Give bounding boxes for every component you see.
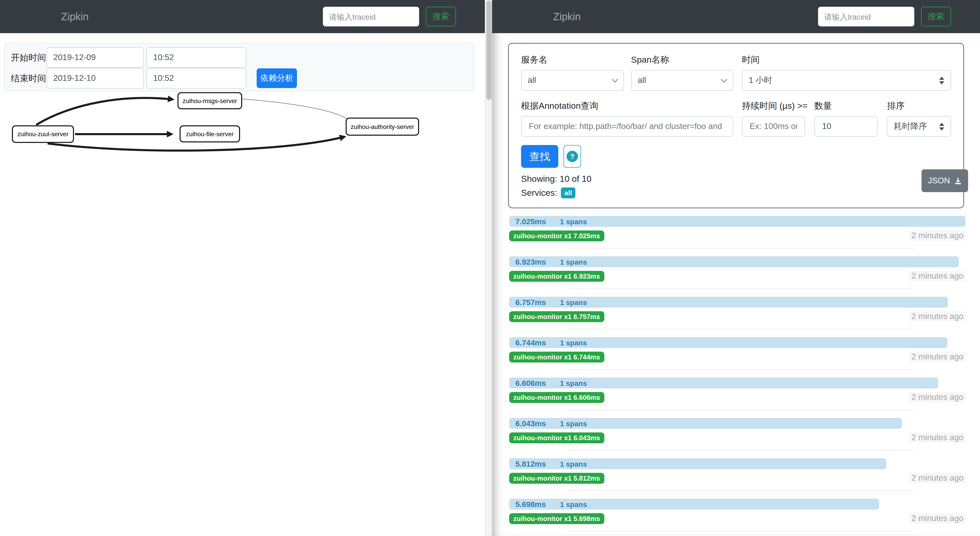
trace-service-badge: zuihou-monitor x1 6.606ms xyxy=(509,392,604,403)
find-button[interactable]: 查找 xyxy=(521,145,558,168)
trace-timestamp: 2 minutes ago xyxy=(909,271,966,281)
trace-row: 7.025ms 1 spans zuihou-monitor x1 7.025m… xyxy=(509,216,966,249)
graph-node-file-server[interactable]: zuihou-file-server xyxy=(180,125,240,142)
services-label: Services: xyxy=(521,188,557,198)
services-badge: all xyxy=(561,187,576,198)
chevron-down-icon xyxy=(721,76,727,82)
end-time-row: 结束时间 依赖分析 xyxy=(11,68,473,89)
annotation-field-wrap xyxy=(521,116,733,137)
right-pane: Zipkin 搜索 服务名 all Span名称 all xyxy=(492,0,980,536)
trace-spans: 1 spans xyxy=(560,258,587,266)
trace-spans: 1 spans xyxy=(560,217,587,225)
trace-timestamp: 2 minutes ago xyxy=(909,513,966,523)
left-pane: Zipkin 搜索 开始时间 结束时间 依赖分析 xyxy=(0,0,485,536)
end-time-input[interactable] xyxy=(146,68,246,89)
start-time-input[interactable] xyxy=(146,47,246,68)
sort-select[interactable]: 耗时降序 xyxy=(887,116,951,137)
duration-input[interactable] xyxy=(749,121,799,132)
trace-row: 5.812ms 1 spans zuihou-monitor x1 5.812m… xyxy=(509,458,966,491)
trace-bar[interactable]: 6.043ms 1 spans xyxy=(509,418,902,429)
duration-label: 持续时间 (µs) >= xyxy=(742,100,805,112)
graph-node-msgs-server[interactable]: zuihou-msgs-server xyxy=(178,92,242,109)
search-row-1: 服务名 all Span名称 all 时间 1 小时 xyxy=(521,54,951,91)
scrollbar[interactable] xyxy=(485,0,492,536)
trace-row: 6.744ms 1 spans zuihou-monitor x1 6.744m… xyxy=(509,337,966,370)
trace-spans: 1 spans xyxy=(560,298,587,306)
sort-label: 排序 xyxy=(887,100,951,112)
right-navbar: Zipkin 搜索 xyxy=(492,0,980,33)
graph-node-zuul-server[interactable]: zuihou-zuul-server xyxy=(12,125,74,143)
trace-timestamp: 2 minutes ago xyxy=(909,311,966,322)
service-label: 服务名 xyxy=(521,54,624,66)
duration-field-wrap xyxy=(742,116,805,137)
search-row-2: 根据Annotation查询 持续时间 (µs) >= 数量 xyxy=(521,100,951,137)
trace-duration: 6.744ms xyxy=(515,338,546,347)
count-label: 数量 xyxy=(815,100,878,112)
graph-node-authority-server[interactable]: zuihou-authority-server xyxy=(346,118,419,136)
trace-divider xyxy=(567,289,914,289)
app: Zipkin 搜索 开始时间 结束时间 依赖分析 xyxy=(0,0,980,536)
service-select-value: all xyxy=(528,76,536,85)
time-label: 时间 xyxy=(742,54,951,66)
trace-bar[interactable]: 6.757ms 1 spans xyxy=(509,297,948,308)
time-select[interactable]: 1 小时 xyxy=(742,70,951,91)
question-icon: ? xyxy=(566,151,578,162)
dependency-analyze-button[interactable]: 依赖分析 xyxy=(257,69,297,88)
trace-duration: 6.606ms xyxy=(515,378,546,388)
brand: Zipkin xyxy=(61,11,89,22)
left-nav-search: 搜索 xyxy=(323,7,456,26)
traceid-input[interactable] xyxy=(323,7,419,26)
annotation-input[interactable] xyxy=(528,121,727,132)
trace-timestamp: 2 minutes ago xyxy=(909,230,966,241)
span-label: Span名称 xyxy=(631,54,733,66)
service-select[interactable]: all xyxy=(521,70,624,91)
traceid-input[interactable] xyxy=(818,7,914,26)
trace-timestamp: 2 minutes ago xyxy=(909,432,966,443)
trace-bar[interactable]: 5.698ms 1 spans xyxy=(509,499,879,510)
annotation-label: 根据Annotation查询 xyxy=(521,100,733,112)
trace-meta: zuihou-monitor x1 5.812ms 2 minutes ago xyxy=(509,473,966,483)
trace-spans: 1 spans xyxy=(560,419,587,428)
left-navbar: Zipkin 搜索 xyxy=(0,0,485,33)
trace-divider xyxy=(567,450,914,451)
time-select-value: 1 小时 xyxy=(749,75,772,86)
trace-duration: 5.812ms xyxy=(515,459,546,468)
trace-service-badge: zuihou-monitor x1 7.025ms xyxy=(509,230,604,241)
trace-duration: 6.923ms xyxy=(515,257,546,266)
trace-duration: 7.025ms xyxy=(515,217,546,226)
trace-bar[interactable]: 7.025ms 1 spans xyxy=(509,216,966,227)
trace-divider xyxy=(567,329,914,329)
end-date-input[interactable] xyxy=(46,68,144,89)
trace-bar[interactable]: 6.744ms 1 spans xyxy=(509,337,947,348)
start-date-input[interactable] xyxy=(46,47,144,68)
trace-bar[interactable]: 6.923ms 1 spans xyxy=(509,256,959,267)
trace-service-badge: zuihou-monitor x1 5.812ms xyxy=(509,472,604,483)
search-actions: 查找 ? xyxy=(521,145,951,168)
end-time-label: 结束时间 xyxy=(11,72,46,84)
chevron-down-icon xyxy=(611,76,618,82)
json-download-button[interactable]: JSON xyxy=(922,169,968,192)
scrollbar-thumb[interactable] xyxy=(486,0,492,100)
count-field-wrap xyxy=(815,116,878,137)
span-select-value: all xyxy=(638,76,646,85)
help-button[interactable]: ? xyxy=(563,145,581,168)
search-button[interactable]: 搜索 xyxy=(921,7,951,26)
trace-bar[interactable]: 6.606ms 1 spans xyxy=(509,378,938,388)
trace-divider xyxy=(567,248,914,249)
search-button[interactable]: 搜索 xyxy=(426,7,456,26)
trace-row: 6.043ms 1 spans zuihou-monitor x1 6.043m… xyxy=(509,418,966,451)
sort-select-value: 耗时降序 xyxy=(894,121,927,132)
trace-duration: 6.757ms xyxy=(515,298,546,306)
span-select[interactable]: all xyxy=(631,70,733,91)
json-button-label: JSON xyxy=(928,176,950,185)
trace-row: 5.698ms 1 spans zuihou-monitor x1 5.698m… xyxy=(509,499,966,531)
trace-timestamp: 2 minutes ago xyxy=(909,352,966,362)
trace-meta: zuihou-monitor x1 6.757ms 2 minutes ago xyxy=(509,311,966,322)
trace-divider xyxy=(567,410,914,410)
trace-row: 6.923ms 1 spans zuihou-monitor x1 6.923m… xyxy=(509,256,966,289)
trace-bar[interactable]: 5.812ms 1 spans xyxy=(509,458,887,469)
start-time-label: 开始时间 xyxy=(11,51,46,64)
right-nav-search: 搜索 xyxy=(818,7,951,26)
trace-service-badge: zuihou-monitor x1 6.923ms xyxy=(509,271,604,281)
count-input[interactable] xyxy=(821,121,871,132)
